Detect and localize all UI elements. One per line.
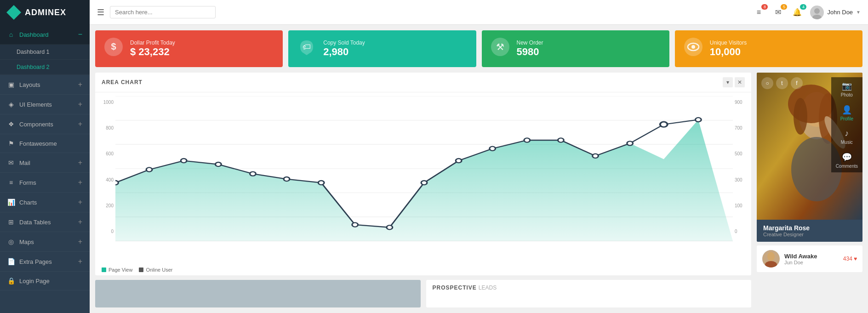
music-action[interactable]: ♪ Music [831,125,862,148]
sidebar-item-dashboard2[interactable]: Dashboard 2 [0,60,90,75]
sidebar-item-loginpage[interactable]: 🔒 Login Page [0,272,90,290]
social-facebook-icon[interactable]: f [791,77,803,89]
svg-point-19 [146,167,152,171]
svg-point-26 [387,225,393,229]
email-button[interactable]: ✉ 5 [771,6,784,19]
chart-legend: Page View Online User [95,267,751,275]
datatables-plus-icon: + [78,218,82,226]
sidebar-item-ui-elements[interactable]: ◈ UI Elements + [0,95,90,114]
profile-action[interactable]: 👤 Profile [831,101,862,125]
svg-text:⚒: ⚒ [496,42,504,52]
svg-point-20 [181,159,187,163]
lower-row: AREA CHART ▾ ✕ 1000 800 600 400 [95,73,862,307]
profile-action-label: Profile [840,116,853,121]
profile-icon: 👤 [842,105,852,115]
chart-wrapper: 1000 800 600 400 200 0 [99,96,748,245]
profile-name: Margarita Rose [763,224,856,232]
bell-icon: 🔔 [793,8,802,17]
sidebar-item-dashboard1[interactable]: Dashboard 1 [0,45,90,60]
hamburger-button[interactable]: ☰ [97,7,104,17]
svg-point-27 [421,181,427,185]
stat-card-profit[interactable]: $ Dollar Profit Today $ 23,232 [95,30,283,67]
home-icon: ⌂ [7,31,15,38]
svg-point-28 [456,159,462,163]
chart-svg-area: 1000 800 600 400 200 0 [95,92,751,267]
social-twitter-icon[interactable]: t [776,77,788,89]
legend-item-onlineuser: Online User [139,267,172,273]
likes-count: 434 [843,256,852,262]
music-artist: Jun Doe [784,260,839,265]
header-left: ☰ [97,6,216,18]
comments-action-label: Comments [836,164,858,169]
messages-button[interactable]: ≡ 8 [752,6,765,19]
sidebar-item-mail[interactable]: ✉ Mail + [0,153,90,173]
header: ☰ ≡ 8 ✉ 5 🔔 4 John Doe ▼ [90,0,868,25]
y-axis-left: 1000 800 600 400 200 0 [99,96,115,245]
sidebar-label-extrapages: Extra Pages [19,258,52,265]
photo-action[interactable]: 📷 Photo [831,77,862,101]
profit-icon: $ [103,37,124,61]
stat-label-order: New Order [517,40,543,46]
legend-dot-onlineuser [139,267,143,272]
area-chart-svg: 02:00 02:10 02:20 02:30 02:40 02:50 03:0… [115,96,733,243]
stat-label-visitors: Unique Visitors [710,40,747,46]
search-input[interactable] [115,9,211,16]
music-item[interactable]: Wild Awake Jun Doe 434 ♥ [757,245,862,272]
user-name: John Doe [827,9,853,16]
maps-icon: ◎ [7,238,15,245]
maps-plus-icon: + [78,238,82,246]
app-name: ADMINEX [25,8,66,17]
sidebar-item-layouts[interactable]: ▣ Layouts + [0,75,90,95]
fontawesome-icon: ⚑ [7,140,15,147]
messages-icon: ≡ [757,8,761,17]
chart-panel-header: AREA CHART ▾ ✕ [95,73,751,92]
comments-action[interactable]: 💬 Comments [831,148,862,172]
prospective-title: PROSPECTIVE [433,285,477,291]
datatables-icon: ⊞ [7,218,15,226]
svg-point-32 [593,154,599,158]
legend-item-pageview: Page View [102,267,132,273]
stat-card-visitors[interactable]: Unique Visitors 10,000 [675,30,862,67]
user-menu[interactable]: John Doe ▼ [810,6,861,19]
sidebar-item-fontawesome[interactable]: ⚑ Fontawesome [0,134,90,153]
bell-button[interactable]: 🔔 4 [791,6,804,19]
stat-cards-row: $ Dollar Profit Today $ 23,232 🏷 Copy So… [95,30,862,67]
visitors-icon [683,37,703,61]
sidebar-item-extrapages[interactable]: 📄 Extra Pages + [0,252,90,272]
sidebar-item-charts[interactable]: 📊 Charts + [0,193,90,212]
sidebar-label-dashboard: Dashboard [19,31,49,38]
stat-card-order[interactable]: ⚒ New Order 5980 [482,30,669,67]
social-circle-icon[interactable]: ○ [761,77,773,89]
sidebar-label-dashboard2: Dashboard 2 [17,64,50,70]
loginpage-icon: 🔒 [7,277,15,285]
extrapages-plus-icon: + [78,257,82,266]
chart-collapse-button[interactable]: ▾ [723,77,733,87]
right-panel: ○ t f 📷 Photo 👤 Profil [757,73,862,307]
heart-icon: ♥ [854,256,857,262]
sidebar-item-datatables[interactable]: ⊞ Data Tables + [0,212,90,232]
sidebar-label-maps: Maps [19,239,34,245]
stat-card-copy[interactable]: 🏷 Copy Sold Today 2,980 [288,30,476,67]
email-badge: 5 [781,4,787,10]
components-icon: ❖ [7,120,15,128]
sidebar-item-components[interactable]: ❖ Components + [0,114,90,134]
svg-point-18 [115,181,118,185]
svg-point-34 [660,122,668,127]
bell-badge: 4 [800,4,806,10]
mail-icon: ✉ [7,159,15,166]
chart-close-button[interactable]: ✕ [735,77,745,87]
svg-point-1 [812,15,822,19]
music-icon: ♪ [845,129,849,138]
sidebar-item-dashboard[interactable]: ⌂ Dashboard − [0,25,90,45]
layouts-icon: ▣ [7,81,15,88]
sidebar-item-maps[interactable]: ◎ Maps + [0,232,90,252]
svg-point-0 [814,8,820,14]
sidebar-label-charts: Charts [19,199,37,206]
sidebar-item-forms[interactable]: ≡ Forms + [0,173,90,193]
chart-svg-container: 02:00 02:10 02:20 02:30 02:40 02:50 03:0… [115,96,733,245]
svg-point-59 [794,98,807,135]
photo-icon: 📷 [842,81,852,91]
stat-info-profit: Dollar Profit Today $ 23,232 [130,40,175,58]
stat-value-visitors: 10,000 [710,46,747,58]
bottom-panels-row: PROSPECTIVE LEADS [95,280,751,307]
